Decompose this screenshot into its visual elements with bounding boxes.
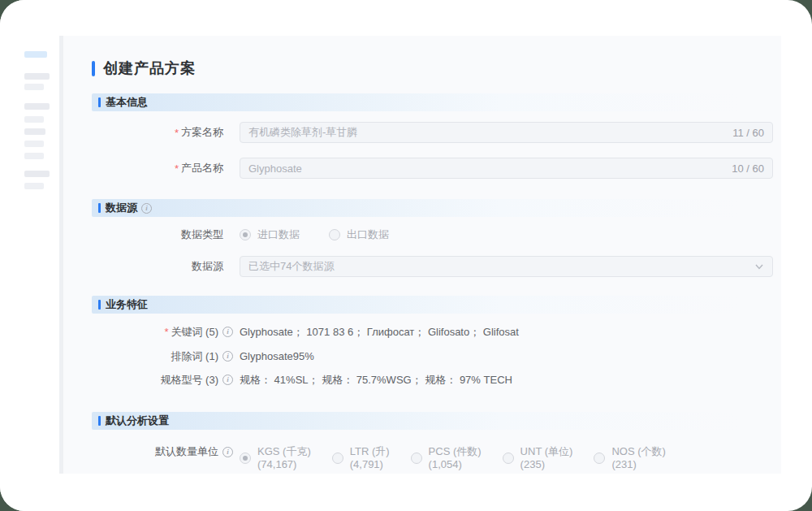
product-name-label: * 产品名称	[92, 161, 240, 175]
plan-name-label: * 方案名称	[92, 125, 240, 140]
exclude-words-value: Glyphosate95%	[240, 350, 314, 362]
exclude-words-label: 排除词 (1)	[92, 349, 240, 364]
radio-option-pcs[interactable]: PCS (件数) (1,054)	[411, 445, 482, 471]
info-icon[interactable]	[222, 351, 233, 362]
section-datasource-title: 数据源	[106, 201, 137, 215]
data-type-label: 数据类型	[92, 227, 240, 242]
app-window: 创建产品方案 基本信息 * 方案名称 11 / 60 *	[0, 0, 812, 511]
sidebar-item[interactable]	[24, 171, 50, 177]
default-unit-row: 默认数量单位 KGS (千克) (74,167) LTR (升	[92, 445, 781, 471]
page-title-text: 创建产品方案	[103, 58, 196, 78]
sidebar-item[interactable]	[24, 73, 50, 80]
default-unit-radio-group: KGS (千克) (74,167) LTR (升) (4,791)	[240, 445, 687, 471]
keywords-value: Glyphosate； 1071 83 6； Глифосат； Glifosa…	[240, 325, 519, 340]
sidebar-item[interactable]	[24, 183, 44, 189]
keywords-row: * 关键词 (5) Glyphosate； 1071 83 6； Глифоса…	[92, 325, 781, 339]
data-type-radio-group: 进口数据 出口数据	[240, 227, 389, 242]
radio-option-nos[interactable]: NOS (个数) (231)	[594, 445, 665, 471]
title-accent-bar	[92, 61, 95, 76]
info-icon[interactable]	[141, 203, 152, 214]
sidebar-item[interactable]	[24, 141, 44, 147]
section-accent-bar	[98, 416, 101, 426]
section-default-analysis-title: 默认分析设置	[106, 414, 169, 428]
required-asterisk: *	[164, 326, 168, 338]
plan-name-row: * 方案名称 11 / 60	[92, 122, 781, 143]
spec-model-value: 规格： 41%SL； 规格： 75.7%WSG； 规格： 97% TECH	[240, 373, 512, 388]
plan-name-counter: 11 / 60	[732, 127, 764, 139]
section-datasource: 数据源	[92, 199, 773, 217]
radio-unselected-icon[interactable]	[332, 453, 343, 464]
radio-unselected-icon[interactable]	[411, 453, 422, 464]
info-icon[interactable]	[222, 447, 233, 457]
spec-model-label: 规格型号 (3)	[92, 373, 240, 388]
info-icon[interactable]	[222, 327, 233, 337]
section-business: 业务特征	[92, 296, 773, 314]
plan-name-input[interactable]	[248, 127, 724, 139]
data-source-select[interactable]: 已选中74个数据源	[240, 256, 773, 277]
required-asterisk: *	[175, 162, 179, 175]
chevron-down-icon	[754, 262, 764, 271]
radio-option-unt[interactable]: UNT (单位) (235)	[503, 445, 573, 471]
page-title: 创建产品方案	[92, 58, 781, 78]
sidebar	[0, 0, 59, 511]
product-name-row: * 产品名称 10 / 60	[92, 158, 781, 179]
main-panel: 创建产品方案 基本信息 * 方案名称 11 / 60 *	[59, 36, 781, 474]
radio-unselected-icon[interactable]	[594, 453, 605, 464]
radio-unselected-icon[interactable]	[503, 453, 514, 464]
sidebar-item-active[interactable]	[24, 51, 47, 58]
radio-option-export[interactable]: 出口数据	[329, 227, 389, 242]
info-icon[interactable]	[222, 375, 233, 385]
section-basic-info: 基本信息	[92, 93, 773, 111]
product-name-input[interactable]	[248, 162, 723, 175]
radio-unselected-icon[interactable]	[329, 229, 340, 240]
data-source-row: 数据源 已选中74个数据源	[92, 256, 781, 277]
spec-model-row: 规格型号 (3) 规格： 41%SL； 规格： 75.7%WSG； 规格： 97…	[92, 373, 781, 387]
product-name-counter: 10 / 60	[732, 162, 764, 175]
default-unit-label: 默认数量单位	[92, 445, 240, 458]
section-accent-bar	[98, 300, 101, 310]
sidebar-item[interactable]	[24, 103, 50, 110]
sidebar-item[interactable]	[24, 128, 45, 135]
radio-selected-icon[interactable]	[240, 453, 251, 464]
data-type-row: 数据类型 进口数据 出口数据	[92, 228, 781, 241]
exclude-words-row: 排除词 (1) Glyphosate95%	[92, 349, 781, 363]
required-asterisk: *	[175, 127, 179, 139]
section-default-analysis: 默认分析设置	[92, 412, 773, 430]
sidebar-item[interactable]	[24, 153, 44, 159]
sidebar-item[interactable]	[24, 84, 44, 90]
radio-option-import[interactable]: 进口数据	[240, 227, 300, 242]
data-source-label: 数据源	[92, 259, 240, 274]
section-accent-bar	[98, 97, 101, 107]
product-name-input-wrap: 10 / 60	[240, 158, 773, 179]
section-basic-info-title: 基本信息	[106, 95, 148, 110]
section-accent-bar	[98, 203, 101, 213]
sidebar-item[interactable]	[24, 116, 44, 123]
radio-option-ltr[interactable]: LTR (升) (4,791)	[332, 445, 390, 471]
radio-option-kgs[interactable]: KGS (千克) (74,167)	[240, 445, 311, 471]
radio-selected-icon[interactable]	[240, 229, 251, 240]
keywords-label: * 关键词 (5)	[92, 325, 240, 340]
section-business-title: 业务特征	[106, 297, 148, 312]
plan-name-input-wrap: 11 / 60	[240, 122, 773, 143]
